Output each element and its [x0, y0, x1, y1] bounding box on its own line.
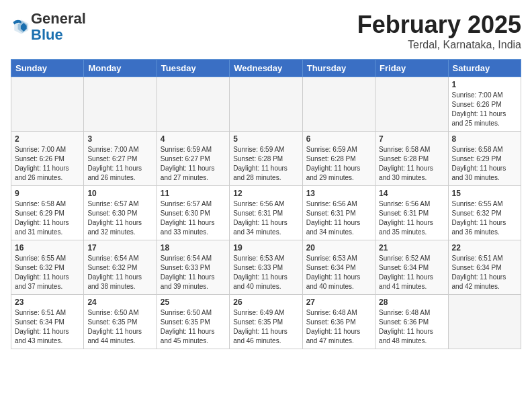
- day-info: Sunrise: 6:50 AM Sunset: 6:35 PM Dayligh…: [161, 308, 226, 346]
- logo: General Blue: [11, 11, 86, 43]
- day-number: 6: [306, 134, 371, 144]
- day-info: Sunrise: 6:52 AM Sunset: 6:34 PM Dayligh…: [379, 254, 444, 291]
- day-number: 5: [233, 134, 298, 144]
- calendar-cell: 2Sunrise: 7:00 AM Sunset: 6:26 PM Daylig…: [11, 132, 84, 186]
- day-info: Sunrise: 6:58 AM Sunset: 6:29 PM Dayligh…: [15, 199, 80, 237]
- calendar-cell: 17Sunrise: 6:54 AM Sunset: 6:32 PM Dayli…: [84, 240, 157, 295]
- calendar-cell: 5Sunrise: 6:59 AM Sunset: 6:28 PM Daylig…: [230, 132, 302, 186]
- day-info: Sunrise: 6:59 AM Sunset: 6:27 PM Dayligh…: [161, 145, 226, 183]
- calendar-cell: 16Sunrise: 6:55 AM Sunset: 6:32 PM Dayli…: [11, 240, 84, 295]
- calendar-week-row: 2Sunrise: 7:00 AM Sunset: 6:26 PM Daylig…: [11, 132, 521, 186]
- calendar-cell: [375, 77, 448, 132]
- day-info: Sunrise: 6:56 AM Sunset: 6:31 PM Dayligh…: [306, 199, 371, 237]
- day-info: Sunrise: 7:00 AM Sunset: 6:27 PM Dayligh…: [87, 145, 152, 183]
- calendar-cell: 3Sunrise: 7:00 AM Sunset: 6:27 PM Daylig…: [84, 132, 157, 186]
- calendar-week-row: 16Sunrise: 6:55 AM Sunset: 6:32 PM Dayli…: [11, 240, 521, 295]
- day-number: 15: [452, 189, 517, 198]
- day-number: 1: [452, 80, 517, 89]
- day-number: 14: [379, 189, 444, 198]
- day-number: 2: [15, 134, 80, 144]
- weekday-header-sunday: Sunday: [11, 60, 84, 77]
- weekday-header-friday: Friday: [375, 60, 448, 77]
- day-number: 26: [233, 298, 298, 307]
- calendar-cell: [448, 295, 521, 349]
- day-number: 20: [306, 243, 371, 253]
- calendar-cell: [11, 77, 84, 132]
- logo-blue-text: Blue: [31, 26, 63, 43]
- calendar-cell: 18Sunrise: 6:54 AM Sunset: 6:33 PM Dayli…: [157, 240, 229, 295]
- day-number: 7: [379, 134, 444, 144]
- day-info: Sunrise: 6:53 AM Sunset: 6:34 PM Dayligh…: [306, 254, 371, 291]
- calendar-cell: [157, 77, 229, 132]
- title-block: February 2025 Terdal, Karnataka, India: [357, 11, 521, 51]
- weekday-header-row: SundayMondayTuesdayWednesdayThursdayFrid…: [11, 60, 521, 77]
- day-info: Sunrise: 6:58 AM Sunset: 6:28 PM Dayligh…: [379, 145, 444, 183]
- day-info: Sunrise: 6:56 AM Sunset: 6:31 PM Dayligh…: [379, 199, 444, 237]
- day-number: 21: [379, 243, 444, 253]
- calendar-cell: [84, 77, 157, 132]
- weekday-header-thursday: Thursday: [302, 60, 375, 77]
- day-number: 19: [233, 243, 298, 253]
- calendar-cell: 8Sunrise: 6:58 AM Sunset: 6:29 PM Daylig…: [448, 132, 521, 186]
- weekday-header-monday: Monday: [84, 60, 157, 77]
- calendar-cell: 11Sunrise: 6:57 AM Sunset: 6:30 PM Dayli…: [157, 186, 229, 240]
- day-info: Sunrise: 6:51 AM Sunset: 6:34 PM Dayligh…: [452, 254, 517, 291]
- calendar-cell: 9Sunrise: 6:58 AM Sunset: 6:29 PM Daylig…: [11, 186, 84, 240]
- day-info: Sunrise: 6:54 AM Sunset: 6:33 PM Dayligh…: [161, 254, 226, 291]
- day-number: 27: [306, 298, 371, 307]
- calendar-week-row: 23Sunrise: 6:51 AM Sunset: 6:34 PM Dayli…: [11, 295, 521, 349]
- day-info: Sunrise: 6:50 AM Sunset: 6:35 PM Dayligh…: [87, 308, 152, 346]
- calendar-week-row: 1Sunrise: 7:00 AM Sunset: 6:26 PM Daylig…: [11, 77, 521, 132]
- day-number: 3: [87, 134, 152, 144]
- day-number: 24: [87, 298, 152, 307]
- calendar-cell: 25Sunrise: 6:50 AM Sunset: 6:35 PM Dayli…: [157, 295, 229, 349]
- day-number: 28: [379, 298, 444, 307]
- day-number: 17: [87, 243, 152, 253]
- day-number: 9: [15, 189, 80, 198]
- day-info: Sunrise: 6:55 AM Sunset: 6:32 PM Dayligh…: [15, 254, 80, 291]
- calendar-table: SundayMondayTuesdayWednesdayThursdayFrid…: [11, 59, 521, 349]
- calendar-cell: 13Sunrise: 6:56 AM Sunset: 6:31 PM Dayli…: [302, 186, 375, 240]
- calendar-cell: 1Sunrise: 7:00 AM Sunset: 6:26 PM Daylig…: [448, 77, 521, 132]
- page-header: General Blue February 2025 Terdal, Karna…: [11, 11, 521, 51]
- day-info: Sunrise: 6:51 AM Sunset: 6:34 PM Dayligh…: [15, 308, 80, 346]
- day-number: 12: [233, 189, 298, 198]
- logo-icon: [11, 17, 30, 36]
- day-number: 22: [452, 243, 517, 253]
- calendar-cell: 10Sunrise: 6:57 AM Sunset: 6:30 PM Dayli…: [84, 186, 157, 240]
- weekday-header-saturday: Saturday: [448, 60, 521, 77]
- calendar-cell: 27Sunrise: 6:48 AM Sunset: 6:36 PM Dayli…: [302, 295, 375, 349]
- calendar-cell: 6Sunrise: 6:59 AM Sunset: 6:28 PM Daylig…: [302, 132, 375, 186]
- logo-general-text: General: [31, 10, 86, 27]
- calendar-cell: 21Sunrise: 6:52 AM Sunset: 6:34 PM Dayli…: [375, 240, 448, 295]
- location: Terdal, Karnataka, India: [357, 39, 521, 51]
- day-number: 10: [87, 189, 152, 198]
- calendar-cell: 28Sunrise: 6:48 AM Sunset: 6:36 PM Dayli…: [375, 295, 448, 349]
- calendar-cell: [230, 77, 302, 132]
- day-info: Sunrise: 6:59 AM Sunset: 6:28 PM Dayligh…: [233, 145, 298, 183]
- day-info: Sunrise: 6:58 AM Sunset: 6:29 PM Dayligh…: [452, 145, 517, 183]
- calendar-cell: 14Sunrise: 6:56 AM Sunset: 6:31 PM Dayli…: [375, 186, 448, 240]
- day-number: 11: [161, 189, 226, 198]
- day-info: Sunrise: 6:53 AM Sunset: 6:33 PM Dayligh…: [233, 254, 298, 291]
- day-info: Sunrise: 6:49 AM Sunset: 6:35 PM Dayligh…: [233, 308, 298, 346]
- day-info: Sunrise: 7:00 AM Sunset: 6:26 PM Dayligh…: [452, 91, 517, 128]
- calendar-cell: 24Sunrise: 6:50 AM Sunset: 6:35 PM Dayli…: [84, 295, 157, 349]
- calendar-cell: [302, 77, 375, 132]
- day-number: 8: [452, 134, 517, 144]
- day-number: 18: [161, 243, 226, 253]
- calendar-cell: 22Sunrise: 6:51 AM Sunset: 6:34 PM Dayli…: [448, 240, 521, 295]
- day-info: Sunrise: 6:57 AM Sunset: 6:30 PM Dayligh…: [87, 199, 152, 237]
- day-info: Sunrise: 6:54 AM Sunset: 6:32 PM Dayligh…: [87, 254, 152, 291]
- calendar-cell: 26Sunrise: 6:49 AM Sunset: 6:35 PM Dayli…: [230, 295, 302, 349]
- day-number: 13: [306, 189, 371, 198]
- day-number: 23: [15, 298, 80, 307]
- calendar-week-row: 9Sunrise: 6:58 AM Sunset: 6:29 PM Daylig…: [11, 186, 521, 240]
- day-info: Sunrise: 6:48 AM Sunset: 6:36 PM Dayligh…: [379, 308, 444, 346]
- day-info: Sunrise: 6:56 AM Sunset: 6:31 PM Dayligh…: [233, 199, 298, 237]
- calendar-cell: 15Sunrise: 6:55 AM Sunset: 6:32 PM Dayli…: [448, 186, 521, 240]
- day-number: 4: [161, 134, 226, 144]
- day-info: Sunrise: 6:59 AM Sunset: 6:28 PM Dayligh…: [306, 145, 371, 183]
- day-info: Sunrise: 6:55 AM Sunset: 6:32 PM Dayligh…: [452, 199, 517, 237]
- day-info: Sunrise: 6:57 AM Sunset: 6:30 PM Dayligh…: [161, 199, 226, 237]
